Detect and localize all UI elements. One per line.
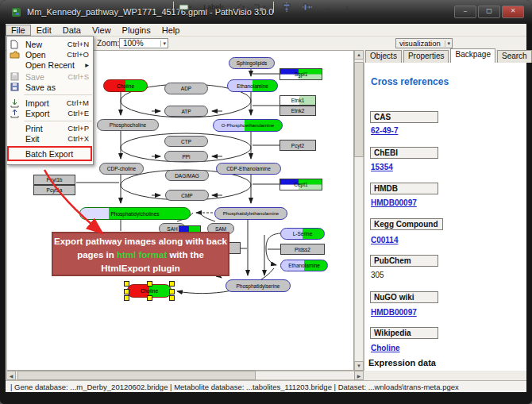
- ref-header-nugo[interactable]: NuGO wiki: [370, 291, 438, 303]
- ref-link-hmdb[interactable]: HMDB00097: [371, 198, 417, 207]
- close-button[interactable]: ✕: [502, 6, 524, 18]
- selection-handle[interactable]: [169, 289, 175, 294]
- dropdown-arrow-icon[interactable]: ▾: [242, 4, 245, 10]
- node-atp[interactable]: ATP: [164, 106, 208, 117]
- save-as-icon: [6, 83, 22, 91]
- menu-edit[interactable]: Edit: [31, 25, 57, 36]
- ref-header-kegg[interactable]: Kegg Compound: [370, 218, 443, 230]
- node-phosphocholine[interactable]: Phosphocholine: [97, 119, 159, 131]
- node-etnk2[interactable]: Etnk2: [279, 106, 316, 116]
- node-ptdss2[interactable]: Ptdss2: [280, 244, 325, 255]
- node-etnk1[interactable]: Etnk1: [279, 95, 316, 106]
- scroll-left-button[interactable]: ◀: [6, 371, 16, 380]
- node-dag-mag[interactable]: DAG/MAG: [165, 170, 209, 181]
- dropdown-arrow-icon[interactable]: ▾: [189, 4, 192, 10]
- node-ctp[interactable]: CTP: [164, 136, 208, 147]
- node-ethanolamine-top[interactable]: Ethanolamine: [227, 79, 278, 92]
- selection-handle[interactable]: [147, 295, 152, 301]
- menu-item-import[interactable]: Import Ctrl+M: [6, 98, 94, 108]
- menu-item-open[interactable]: Open Ctrl+O: [6, 49, 94, 60]
- selection-handle[interactable]: [124, 289, 129, 294]
- selection-handle[interactable]: [169, 281, 175, 287]
- dropdown-arrow-icon[interactable]: ▾: [221, 4, 224, 10]
- ref-header-wikipedia[interactable]: Wikipedia: [370, 327, 438, 339]
- menu-help[interactable]: Help: [156, 25, 186, 36]
- node-cdp-choline[interactable]: CDP-choline: [99, 163, 144, 175]
- node-adp[interactable]: ADP: [164, 83, 208, 94]
- scroll-up-button[interactable]: ▲: [354, 50, 364, 60]
- menu-item-label: Print: [22, 124, 67, 133]
- node-cmp[interactable]: CMP: [165, 190, 209, 201]
- tab-properties[interactable]: Properties: [403, 50, 449, 63]
- node-l-serine[interactable]: L-Serine: [280, 228, 325, 240]
- menu-item-save[interactable]: Save Ctrl+S: [6, 71, 94, 82]
- ref-link-cas[interactable]: 62-49-7: [371, 126, 398, 135]
- zoom-label: Zoom:: [97, 39, 119, 48]
- node-pcyt1b[interactable]: Pcyt1b: [33, 175, 75, 185]
- ref-header-hmdb[interactable]: HMDB: [370, 183, 438, 194]
- node-o-phosphoethanolamine[interactable]: O-Phosphoethanolamine: [213, 119, 283, 132]
- menu-item-batch-export[interactable]: Batch Export: [6, 148, 94, 159]
- menu-data[interactable]: Data: [57, 25, 87, 36]
- selection-handle[interactable]: [124, 295, 129, 301]
- dropdown-arrow-icon[interactable]: ▾: [445, 40, 450, 47]
- ref-header-cas[interactable]: CAS: [370, 111, 438, 123]
- ref-link-wikipedia[interactable]: Choline: [371, 344, 400, 352]
- zoom-combo[interactable]: 100% ▾: [119, 38, 168, 48]
- dropdown-arrow-icon[interactable]: ▾: [263, 4, 266, 10]
- label-button[interactable]: Label ▾: [200, 2, 227, 13]
- menu-item-exit[interactable]: Exit Ctrl+X: [6, 133, 94, 144]
- dropdown-arrow-icon[interactable]: ▾: [160, 40, 166, 47]
- node-choline-top[interactable]: Choline: [103, 79, 148, 92]
- menu-item-export[interactable]: Export Ctrl+E: [6, 108, 94, 118]
- menu-view[interactable]: View: [87, 25, 117, 36]
- label-button-text: Label: [203, 3, 221, 11]
- node-ppi[interactable]: PPi: [164, 151, 208, 162]
- selection-handle[interactable]: [124, 281, 129, 287]
- scroll-right-button[interactable]: ▶: [354, 371, 364, 380]
- selection-handle[interactable]: [147, 281, 152, 287]
- node-phosphatidylethanolamine[interactable]: Phosphatidylethanolamine: [214, 207, 287, 220]
- menu-item-new[interactable]: New Ctrl+N: [6, 39, 94, 49]
- node-ethanolamine-bottom[interactable]: Ethanolamine: [280, 260, 328, 271]
- common-height-button[interactable]: ↕: [340, 2, 354, 13]
- menu-file[interactable]: File: [6, 25, 31, 36]
- node-sphingolipids[interactable]: Sphingolipids: [229, 57, 275, 69]
- canvas-vscroll-thumb[interactable]: [354, 62, 364, 157]
- connector-tool-button[interactable]: ▾: [253, 2, 267, 13]
- node-pcyt2[interactable]: Pcyt2: [279, 140, 316, 151]
- menu-item-open-recent[interactable]: Open Recent ▸: [6, 60, 94, 70]
- node-choline-selected[interactable]: Choline: [127, 284, 172, 298]
- node-cept1[interactable]: Cept1: [279, 179, 322, 190]
- line-tool-button[interactable]: ▾: [232, 2, 246, 13]
- datanode-button[interactable]: ▾: [178, 2, 192, 13]
- common-width-button[interactable]: ↔: [321, 2, 335, 13]
- visualization-combo[interactable]: visualization ▾: [395, 38, 453, 48]
- node-phosphatidylserine[interactable]: Phosphatidylserine: [226, 279, 291, 292]
- node-pcyt1a[interactable]: Pcyt1a: [33, 185, 75, 195]
- tab-objects[interactable]: Objects: [365, 50, 402, 63]
- tab-search[interactable]: Search: [497, 50, 532, 63]
- menu-item-print[interactable]: Print Ctrl+P: [6, 123, 94, 133]
- ref-header-chebi[interactable]: ChEBI: [370, 147, 438, 159]
- tab-backpage[interactable]: Backpage: [450, 48, 495, 63]
- align-center-x-button[interactable]: [279, 2, 294, 13]
- menu-plugins[interactable]: Plugins: [117, 25, 156, 36]
- scroll-down-button[interactable]: ▼: [354, 361, 364, 371]
- selection-handle[interactable]: [169, 295, 175, 301]
- node-sgpl1[interactable]: Sgpl1: [279, 68, 322, 80]
- menu-item-save-as[interactable]: Save as: [6, 82, 94, 92]
- ref-header-pubchem[interactable]: PubChem: [370, 255, 438, 267]
- node-phosphatidylcholines[interactable]: Phosphatidylcholines: [79, 207, 191, 220]
- ref-link-kegg[interactable]: C00114: [371, 236, 398, 244]
- export-icon: [6, 109, 22, 118]
- ref-link-nugo[interactable]: HMDB00097: [371, 308, 417, 317]
- align-center-y-button[interactable]: [300, 2, 314, 13]
- ref-link-chebi[interactable]: 15354: [371, 163, 393, 171]
- canvas-hscroll-thumb[interactable]: [17, 371, 256, 380]
- open-folder-icon: [6, 51, 22, 59]
- common-height-icon: ↕: [345, 3, 349, 12]
- minimize-button[interactable]: –: [454, 6, 476, 18]
- maximize-button[interactable]: ▢: [478, 6, 500, 18]
- node-cdp-ethanolamine[interactable]: CDP-Ethanolamine: [216, 163, 281, 175]
